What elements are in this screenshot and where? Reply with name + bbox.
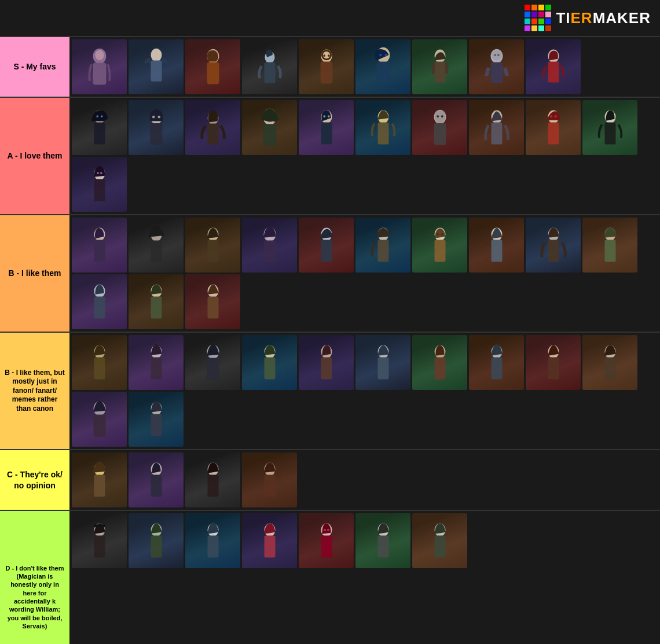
list-item[interactable] — [526, 39, 581, 94]
svg-rect-134 — [207, 535, 218, 557]
list-item[interactable] — [72, 157, 127, 212]
list-item[interactable] — [582, 100, 637, 155]
logo-grid — [525, 5, 551, 31]
list-item[interactable] — [242, 218, 297, 273]
header: TiERMAKER — [0, 0, 660, 37]
svg-rect-57 — [548, 122, 559, 144]
list-item[interactable] — [412, 218, 467, 273]
svg-rect-42 — [263, 124, 276, 146]
svg-point-8 — [214, 54, 217, 57]
svg-rect-95 — [207, 296, 218, 318]
list-item[interactable] — [72, 39, 127, 94]
list-item[interactable] — [129, 218, 184, 273]
tier-content-a — [69, 98, 660, 214]
svg-rect-23 — [445, 62, 448, 73]
list-item[interactable] — [355, 39, 410, 94]
list-item[interactable] — [469, 218, 524, 273]
list-item[interactable] — [242, 335, 297, 390]
svg-rect-129 — [94, 535, 105, 557]
list-item[interactable] — [185, 100, 240, 155]
list-item[interactable] — [355, 513, 410, 568]
svg-rect-73 — [263, 240, 276, 262]
list-item[interactable] — [129, 513, 184, 568]
list-item[interactable] — [72, 100, 127, 155]
list-item[interactable] — [582, 335, 637, 390]
svg-rect-93 — [151, 296, 162, 318]
tiermaker-logo: TiERMAKER — [525, 5, 651, 31]
list-item[interactable] — [412, 335, 467, 390]
list-item[interactable] — [185, 335, 240, 390]
svg-rect-69 — [151, 240, 162, 262]
list-item[interactable] — [185, 218, 240, 273]
list-item[interactable] — [72, 452, 127, 507]
list-item[interactable] — [469, 39, 524, 94]
svg-point-65 — [100, 172, 102, 174]
list-item[interactable] — [469, 100, 524, 155]
list-item[interactable] — [72, 218, 127, 273]
list-item[interactable] — [355, 335, 410, 390]
list-item[interactable] — [412, 100, 467, 155]
list-item[interactable] — [242, 100, 297, 155]
svg-rect-130 — [94, 524, 105, 527]
list-item[interactable] — [72, 335, 127, 390]
list-item[interactable] — [355, 218, 410, 273]
tier-label-d: D - I don't like them (Magician is hones… — [0, 511, 69, 644]
list-item[interactable] — [129, 452, 184, 507]
list-item[interactable] — [242, 452, 297, 507]
list-item[interactable] — [299, 218, 354, 273]
list-item[interactable] — [185, 39, 240, 94]
svg-rect-91 — [94, 296, 105, 318]
svg-rect-105 — [321, 357, 332, 379]
list-item[interactable] — [582, 218, 637, 273]
svg-rect-4 — [151, 60, 162, 81]
tier-content-s — [69, 37, 660, 97]
list-item[interactable] — [526, 100, 581, 155]
svg-rect-32 — [94, 122, 105, 144]
svg-rect-87 — [548, 240, 559, 262]
list-item[interactable] — [469, 335, 524, 390]
list-item[interactable] — [412, 513, 467, 568]
list-item[interactable] — [412, 39, 467, 94]
svg-point-7 — [209, 54, 211, 57]
list-item[interactable] — [526, 218, 581, 273]
list-item[interactable] — [129, 274, 184, 329]
svg-point-82 — [437, 233, 439, 235]
svg-point-37 — [152, 115, 155, 118]
list-item[interactable] — [242, 513, 297, 568]
list-item[interactable] — [129, 335, 184, 390]
tier-row-s: S - My favs — [0, 37, 660, 98]
list-item[interactable] — [185, 513, 240, 568]
list-item[interactable] — [355, 100, 410, 155]
svg-rect-97 — [94, 357, 105, 379]
svg-point-2 — [95, 50, 104, 60]
svg-rect-81 — [434, 240, 445, 262]
list-item[interactable] — [185, 274, 240, 329]
svg-rect-22 — [431, 62, 435, 73]
svg-point-45 — [323, 115, 325, 117]
list-item[interactable] — [526, 335, 581, 390]
list-item[interactable] — [129, 39, 184, 94]
svg-rect-113 — [548, 357, 559, 379]
svg-point-27 — [494, 54, 496, 56]
list-item[interactable] — [129, 392, 184, 447]
svg-point-64 — [97, 172, 99, 174]
svg-rect-89 — [604, 240, 615, 262]
list-item[interactable] — [299, 513, 354, 568]
list-item[interactable] — [72, 392, 127, 447]
list-item[interactable] — [72, 274, 127, 329]
list-item[interactable] — [299, 39, 354, 94]
list-item[interactable] — [242, 39, 297, 94]
svg-point-34 — [100, 115, 102, 117]
svg-rect-75 — [321, 240, 332, 262]
svg-rect-55 — [491, 122, 502, 144]
list-item[interactable] — [129, 100, 184, 155]
tier-label-c: C - They're ok/ no opinion — [0, 450, 69, 510]
svg-rect-121 — [94, 474, 105, 496]
list-item[interactable] — [185, 452, 240, 507]
svg-rect-63 — [94, 179, 105, 201]
tier-content-b — [69, 215, 660, 332]
list-item[interactable] — [72, 513, 127, 568]
list-item[interactable] — [299, 335, 354, 390]
svg-rect-61 — [604, 122, 615, 144]
list-item[interactable] — [299, 100, 354, 155]
